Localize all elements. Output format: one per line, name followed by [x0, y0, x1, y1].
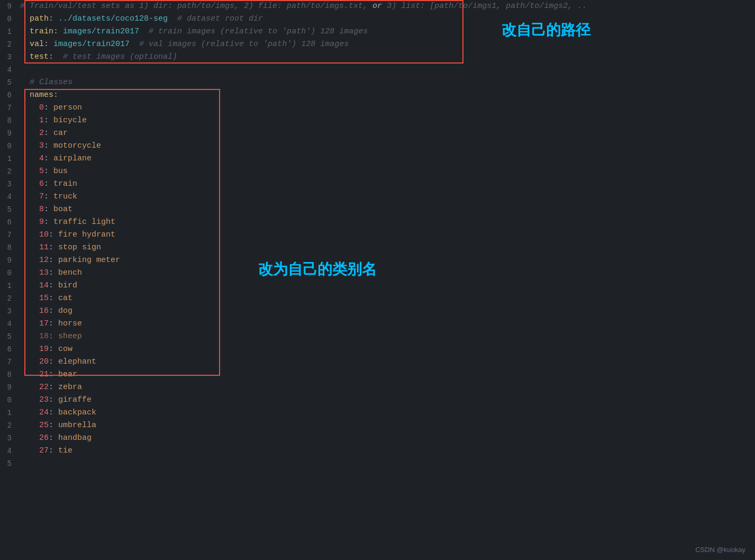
code-line-names: names: — [20, 89, 755, 102]
line-num: 2 — [0, 292, 12, 305]
code-line-5: 5: bus — [20, 165, 755, 178]
line-num: 9 — [0, 0, 12, 13]
code-line-classes-comment: # Classes — [20, 76, 755, 89]
code-line-24: 24: backpack — [20, 407, 755, 419]
code-line-6: 6: train — [20, 178, 755, 191]
line-num: 9 — [0, 254, 12, 267]
code-line-val: val: images/train2017 # val images (rela… — [20, 38, 755, 51]
line-num: 1 — [0, 279, 12, 292]
line-num: 9 — [0, 127, 12, 140]
line-num: 8 — [0, 368, 12, 381]
code-line-path: path: ../datasets/coco128-seg # dataset … — [20, 13, 755, 25]
code-line-8: 8: boat — [20, 203, 755, 216]
code-line-21: 21: bear — [20, 368, 755, 381]
line-numbers: 9 0 1 2 3 4 5 6 7 8 9 0 1 2 3 4 5 6 7 8 … — [0, 0, 15, 560]
code-line-27: 27: tie — [20, 445, 755, 457]
code-area: # Train/val/test sets as 1) dir: path/to… — [15, 0, 755, 560]
watermark: CSDN @kuokay — [695, 546, 745, 554]
code-line-26: 26: handbag — [20, 432, 755, 445]
code-line-empty — [20, 64, 755, 76]
line-num: 6 — [0, 216, 12, 229]
line-num: 0 — [0, 267, 12, 279]
code-line-11: 11: stop sign — [20, 241, 755, 254]
line-num: 3 — [0, 305, 12, 318]
line-num: 7 — [0, 229, 12, 241]
line-num: 2 — [0, 419, 12, 432]
line-num: 4 — [0, 318, 12, 330]
code-line-22: 22: zebra — [20, 381, 755, 394]
line-num: 6 — [0, 343, 12, 356]
line-num: 1 — [0, 152, 12, 165]
code-line-17: 17: horse — [20, 318, 755, 330]
line-num: 8 — [0, 114, 12, 127]
code-line-18: 18: sheep — [20, 330, 755, 343]
main-container: 9 0 1 2 3 4 5 6 7 8 9 0 1 2 3 4 5 6 7 8 … — [0, 0, 755, 560]
code-line-3: 3: motorcycle — [20, 140, 755, 152]
line-num: 3 — [0, 432, 12, 445]
line-num: 0 — [0, 394, 12, 407]
line-num: 0 — [0, 13, 12, 25]
code-line-12: 12: parking meter — [20, 254, 755, 267]
code-line-7: 7: truck — [20, 191, 755, 203]
code-line-10: 10: fire hydrant — [20, 229, 755, 241]
line-num: 4 — [0, 191, 12, 203]
annotation-path-label: 改自己的路径 — [502, 20, 590, 40]
line-num: 6 — [0, 89, 12, 102]
line-num: 3 — [0, 178, 12, 191]
line-num: 2 — [0, 38, 12, 51]
code-line-20: 20: elephant — [20, 356, 755, 368]
line-num: 0 — [0, 140, 12, 152]
line-num: 5 — [0, 330, 12, 343]
code-line-4: 4: airplane — [20, 152, 755, 165]
line-num: 7 — [0, 356, 12, 368]
line-num: 9 — [0, 381, 12, 394]
code-line-14: 14: bird — [20, 279, 755, 292]
line-num: 3 — [0, 51, 12, 64]
line-num: 5 — [0, 457, 12, 470]
line-num: 1 — [0, 25, 12, 38]
annotation-class-label: 改为自己的类别名 — [258, 259, 377, 279]
line-num: 1 — [0, 407, 12, 419]
line-num: 8 — [0, 241, 12, 254]
code-line-15: 15: cat — [20, 292, 755, 305]
line-num: 4 — [0, 445, 12, 457]
code-line-25: 25: umbrella — [20, 419, 755, 432]
code-line-23: 23: giraffe — [20, 394, 755, 407]
line-num: 5 — [0, 76, 12, 89]
code-line-train: train: images/train2017 # train images (… — [20, 25, 755, 38]
line-num: 5 — [0, 203, 12, 216]
code-line-13: 13: bench — [20, 267, 755, 279]
code-line-2: 2: car — [20, 127, 755, 140]
line-num: 7 — [0, 102, 12, 114]
code-line-19: 19: cow — [20, 343, 755, 356]
line-num: 4 — [0, 64, 12, 76]
code-line-0: 0: person — [20, 102, 755, 114]
code-line-comment: # Train/val/test sets as 1) dir: path/to… — [20, 0, 755, 13]
code-line-1: 1: bicycle — [20, 114, 755, 127]
code-line-16: 16: dog — [20, 305, 755, 318]
code-line-test: test: # test images (optional) — [20, 51, 755, 64]
code-line-9: 9: traffic light — [20, 216, 755, 229]
code-content: # Train/val/test sets as 1) dir: path/to… — [20, 0, 755, 457]
line-num: 2 — [0, 165, 12, 178]
